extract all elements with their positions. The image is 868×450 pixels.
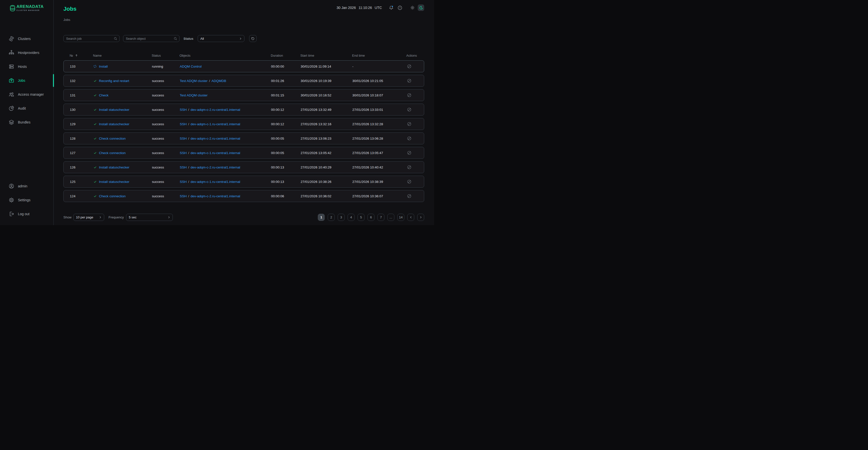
job-name-link[interactable]: Install statuschecker <box>99 180 129 184</box>
sidebar-item-hostproviders[interactable]: Hostproviders <box>0 48 54 58</box>
object-link[interactable]: SSH <box>180 137 187 140</box>
pagination: 1234567...14 <box>318 214 424 221</box>
sidebar-item-admin[interactable]: admin <box>0 181 54 191</box>
frequency-select[interactable]: 5 sec <box>126 214 173 221</box>
job-name-link[interactable]: Install statuschecker <box>99 108 129 111</box>
job-name-cell: Install statuschecker <box>93 180 152 184</box>
sidebar-item-jobs[interactable]: Jobs <box>0 75 54 86</box>
page-button-4[interactable]: 4 <box>348 214 354 221</box>
object-link[interactable]: Test ADQM cluster <box>180 79 208 83</box>
page-button-2[interactable]: 2 <box>328 214 335 221</box>
job-name-link[interactable]: Check connection <box>99 194 126 198</box>
page-button-7[interactable]: 7 <box>377 214 384 221</box>
sidebar-item-bundles[interactable]: Bundles <box>0 117 54 127</box>
gear-icon <box>8 197 14 203</box>
job-name-link[interactable]: Check <box>99 93 108 97</box>
app-window: ARENADATA CLUSTER MANAGER ClustersHostpr… <box>0 0 434 225</box>
status-filter-select[interactable]: All <box>198 35 244 42</box>
job-number: 125 <box>70 180 93 184</box>
no-actions-icon[interactable] <box>407 179 412 184</box>
job-start-time: 27/01/2026 10:36:02 <box>301 194 352 198</box>
page-button-14[interactable]: 14 <box>397 214 404 221</box>
job-duration: 00:00:05 <box>271 151 301 155</box>
page-button-5[interactable]: 5 <box>358 214 365 221</box>
object-link[interactable]: SSH <box>180 180 187 184</box>
job-actions-cell <box>406 122 424 126</box>
chevron-right-icon <box>167 216 170 219</box>
chevron-right-icon <box>99 216 102 219</box>
no-actions-icon[interactable] <box>407 194 412 198</box>
sort-ascending-icon[interactable] <box>75 54 78 57</box>
job-number: 128 <box>70 137 93 140</box>
page-button-6[interactable]: 6 <box>368 214 374 221</box>
no-actions-icon[interactable] <box>407 122 412 126</box>
object-link[interactable]: SSH <box>180 151 187 155</box>
job-number: 133 <box>70 65 93 68</box>
sidebar-item-hosts[interactable]: Hosts <box>0 62 54 71</box>
object-separator: / <box>188 137 189 140</box>
job-objects: SSH/dev-adqm-c-1.ru-central1.internal <box>180 180 271 184</box>
object-link[interactable]: SSH <box>180 194 187 198</box>
object-link[interactable]: dev-adqm-c-1.ru-central1.internal <box>191 122 241 126</box>
job-name-cell: Check connection <box>93 151 152 155</box>
no-actions-icon[interactable] <box>407 93 412 98</box>
no-actions-icon[interactable] <box>407 78 412 83</box>
search-job-box <box>63 35 120 42</box>
no-actions-icon[interactable] <box>407 150 412 155</box>
hosts-icon <box>8 64 14 70</box>
brand-name: ARENADATA <box>17 4 44 9</box>
job-name-cell: Check connection <box>93 194 152 198</box>
object-link[interactable]: dev-adqm-c-2.ru-central1.internal <box>191 165 241 169</box>
no-actions-icon[interactable] <box>407 136 412 141</box>
job-start-time: 27/01/2026 13:32:49 <box>301 108 352 111</box>
page-button-1[interactable]: 1 <box>318 214 325 221</box>
page-button-3[interactable]: 3 <box>338 214 345 221</box>
search-job-input[interactable] <box>64 37 119 40</box>
object-link[interactable]: SSH <box>180 122 187 126</box>
job-name-link[interactable]: Check connection <box>99 137 126 140</box>
search-object-input[interactable] <box>123 37 179 40</box>
object-link[interactable]: ADQMDB <box>212 79 226 83</box>
object-link[interactable]: Test ADQM cluster <box>180 93 208 97</box>
job-name-link[interactable]: Install statuschecker <box>99 165 129 169</box>
job-status: success <box>152 165 180 169</box>
job-number: 130 <box>70 108 93 111</box>
job-name-link[interactable]: Install statuschecker <box>99 122 129 126</box>
brand-subtitle: CLUSTER MANAGER <box>17 9 44 11</box>
object-link[interactable]: dev-adqm-c-1.ru-central1.internal <box>191 151 241 155</box>
job-name-cell: Install statuschecker <box>93 165 152 169</box>
sidebar-item-label: Settings <box>18 198 31 202</box>
job-duration: 00:00:12 <box>271 122 301 126</box>
audit-icon <box>8 105 14 111</box>
no-actions-icon[interactable] <box>407 64 412 69</box>
next-page-button[interactable] <box>417 214 424 221</box>
sidebar-item-clusters[interactable]: Clusters <box>0 34 54 44</box>
object-link[interactable]: dev-adqm-c-2.ru-central1.internal <box>191 108 241 111</box>
job-name-cell: Check connection <box>93 137 152 140</box>
object-link[interactable]: dev-adqm-c-1.ru-central1.internal <box>191 180 241 184</box>
page-ellipsis-button[interactable]: ... <box>388 214 394 221</box>
job-name-link[interactable]: Reconfig and restart <box>99 79 129 83</box>
success-check-icon <box>93 194 97 198</box>
object-link[interactable]: SSH <box>180 165 187 169</box>
page-size-select[interactable]: 10 per page <box>73 214 104 221</box>
object-link[interactable]: dev-adqm-c-2.ru-central1.internal <box>191 137 241 140</box>
job-duration: 00:01:15 <box>271 93 301 97</box>
object-link[interactable]: dev-adqm-c-2.ru-central1.internal <box>191 194 241 198</box>
job-name-link[interactable]: Install <box>99 65 108 68</box>
object-link[interactable]: SSH <box>180 108 187 111</box>
job-name-link[interactable]: Check connection <box>99 151 126 155</box>
prev-page-button[interactable] <box>407 214 414 221</box>
sidebar-item-audit[interactable]: Audit <box>0 103 54 113</box>
object-link[interactable]: ADQM Control <box>180 65 202 68</box>
no-actions-icon[interactable] <box>407 165 412 170</box>
job-end-time: 27/01/2026 10:40:42 <box>352 165 406 169</box>
sidebar-item-log-out[interactable]: Log out <box>0 209 54 219</box>
sidebar-item-settings[interactable]: Settings <box>0 195 54 205</box>
job-status: success <box>152 93 180 97</box>
job-start-time: 30/01/2026 10:19:39 <box>301 79 352 83</box>
job-start-time: 27/01/2026 10:40:29 <box>301 165 352 169</box>
refresh-button[interactable] <box>249 35 257 42</box>
sidebar-item-access-manager[interactable]: Access manager <box>0 90 54 99</box>
no-actions-icon[interactable] <box>407 107 412 112</box>
